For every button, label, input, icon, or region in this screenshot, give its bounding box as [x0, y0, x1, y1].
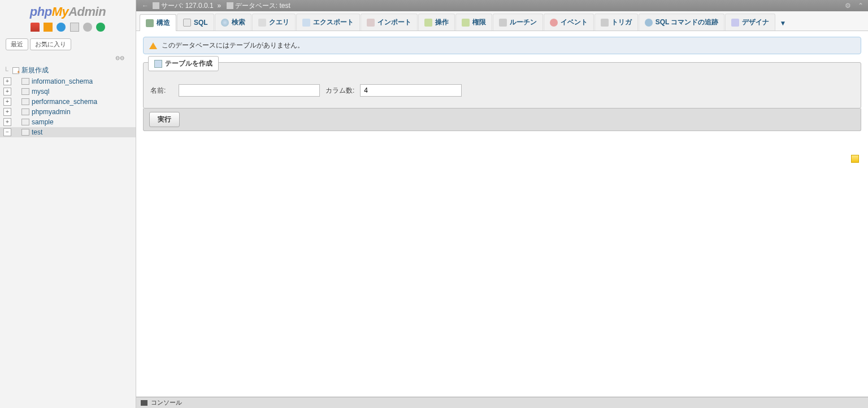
- tab-query[interactable]: クエリ: [252, 14, 296, 31]
- console-label: コンソール: [151, 398, 182, 407]
- page-settings-icon[interactable]: ⚙: [845, 0, 851, 11]
- tree-db-label: performance_schema: [32, 98, 97, 106]
- main: ← サーバ: 127.0.0.1 » データベース: test ⚙ ⌃ 構造SQ…: [136, 0, 868, 408]
- favorites-tab[interactable]: お気に入り: [30, 38, 71, 50]
- bookmark-icon[interactable]: [851, 155, 859, 163]
- tree-db-test[interactable]: −test: [0, 127, 136, 137]
- bc-server-value[interactable]: 127.0.0.1: [185, 0, 214, 11]
- tab-label: 権限: [472, 18, 486, 27]
- tab-import[interactable]: インポート: [361, 14, 418, 31]
- tab-label: 操作: [435, 18, 449, 27]
- tab-privileges[interactable]: 権限: [455, 14, 492, 31]
- tree-new-label: 新規作成: [21, 66, 49, 75]
- name-label: 名前:: [150, 86, 173, 96]
- database-icon: [227, 2, 233, 9]
- logo-admin: Admin: [68, 5, 106, 19]
- create-table-legend: テーブルを作成: [148, 56, 219, 71]
- breadcrumb: ← サーバ: 127.0.0.1 » データベース: test ⚙ ⌃: [136, 0, 868, 11]
- tree-db-information_schema[interactable]: +information_schema: [0, 76, 136, 86]
- sidebar-tabs: 最近 お気に入り: [0, 35, 136, 54]
- link-icon[interactable]: ⊖⊖: [0, 54, 136, 62]
- tab-label: 検索: [232, 18, 245, 27]
- logout-icon[interactable]: [44, 23, 53, 32]
- tree-toggle-icon[interactable]: −: [3, 128, 11, 136]
- search-icon: [221, 19, 229, 27]
- action-bar: 実行: [143, 108, 861, 131]
- database-icon: [21, 88, 29, 95]
- tab-designer[interactable]: デザイナ: [725, 14, 775, 31]
- table-name-input[interactable]: [179, 84, 320, 97]
- export-icon: [302, 19, 310, 27]
- bc-db-value[interactable]: test: [279, 0, 290, 11]
- tabs: 構造SQL検索クエリエクスポートインポート操作権限ルーチンイベントトリガSQL …: [136, 11, 868, 31]
- notice-text: このデータベースにはテーブルがありません。: [162, 41, 304, 50]
- tree-toggle-icon[interactable]: +: [3, 88, 11, 96]
- query-icon: [258, 19, 266, 27]
- server-icon: [153, 2, 159, 9]
- settings-icon[interactable]: [83, 23, 92, 32]
- tree-toggle-icon[interactable]: +: [3, 118, 11, 126]
- logo-my: My: [52, 5, 69, 19]
- bc-db-label: データベース:: [235, 0, 277, 11]
- import-icon: [367, 19, 375, 27]
- bc-sep: »: [217, 0, 221, 11]
- docs-icon[interactable]: [70, 23, 79, 32]
- tab-label: クエリ: [269, 18, 289, 27]
- tab-label: 構造: [157, 18, 170, 28]
- recent-tab[interactable]: 最近: [6, 38, 28, 50]
- tree-db-mysql[interactable]: +mysql: [0, 86, 136, 97]
- tree-db-sample[interactable]: +sample: [0, 117, 136, 127]
- designer-icon: [731, 19, 739, 27]
- tree-toggle-icon[interactable]: +: [3, 108, 11, 116]
- logo[interactable]: phpMyAdmin: [0, 0, 136, 21]
- tab-label: デザイナ: [742, 18, 769, 27]
- tree-db-label: information_schema: [32, 77, 93, 85]
- content: このデータベースにはテーブルがありません。 テーブルを作成 名前: カラム数: …: [136, 31, 868, 137]
- tab-search[interactable]: 検索: [215, 14, 251, 31]
- notice-box: このデータベースにはテーブルがありません。: [143, 37, 861, 54]
- tab-tracking[interactable]: SQL コマンドの追跡: [639, 14, 725, 31]
- nav-icons: [0, 21, 136, 35]
- form-row: 名前: カラム数:: [150, 80, 854, 101]
- tree-db-label: phpmyadmin: [32, 108, 71, 116]
- structure-icon: [146, 19, 154, 27]
- tab-export[interactable]: エクスポート: [296, 14, 360, 31]
- tree-toggle-icon[interactable]: +: [3, 98, 11, 106]
- database-icon: [21, 98, 29, 105]
- database-icon: [21, 129, 29, 136]
- routines-icon: [499, 19, 507, 27]
- tree-db-label: test: [32, 128, 42, 136]
- tree-db-label: mysql: [32, 88, 49, 96]
- tab-triggers[interactable]: トリガ: [594, 14, 638, 31]
- tab-routines[interactable]: ルーチン: [493, 14, 543, 31]
- legend-text: テーブルを作成: [165, 59, 212, 68]
- table-create-icon: [154, 60, 162, 68]
- tree-db-performance_schema[interactable]: +performance_schema: [0, 97, 136, 107]
- tab-sql[interactable]: SQL: [177, 14, 214, 31]
- tree-new[interactable]: └ 新規作成: [0, 64, 136, 76]
- console-bar[interactable]: コンソール: [136, 397, 868, 408]
- bc-server-label: サーバ:: [161, 0, 183, 11]
- tree-toggle-icon[interactable]: +: [3, 77, 11, 85]
- reload-icon[interactable]: [96, 23, 105, 32]
- warning-icon: [149, 42, 157, 49]
- go-button[interactable]: 実行: [149, 112, 180, 127]
- tree-db-phpmyadmin[interactable]: +phpmyadmin: [0, 107, 136, 117]
- operations-icon: [424, 19, 432, 27]
- tab-label: ルーチン: [510, 18, 537, 27]
- database-icon: [21, 78, 29, 85]
- tab-structure[interactable]: 構造: [140, 14, 176, 31]
- console-icon: [141, 400, 147, 406]
- tree-db-label: sample: [32, 118, 54, 126]
- collapse-icon[interactable]: ⌃: [858, 0, 863, 11]
- columns-input[interactable]: [360, 84, 462, 97]
- help-icon[interactable]: [57, 23, 66, 32]
- tab-more[interactable]: ▼: [776, 16, 789, 31]
- back-arrow-icon[interactable]: ←: [140, 0, 151, 11]
- tab-events[interactable]: イベント: [544, 14, 594, 31]
- sql-icon: [183, 19, 191, 27]
- sidebar: phpMyAdmin 最近 お気に入り ⊖⊖ └ 新規作成 +informati…: [0, 0, 136, 408]
- tab-label: SQL コマンドの追跡: [656, 18, 719, 27]
- home-icon[interactable]: [31, 23, 40, 32]
- tab-operations[interactable]: 操作: [418, 14, 455, 31]
